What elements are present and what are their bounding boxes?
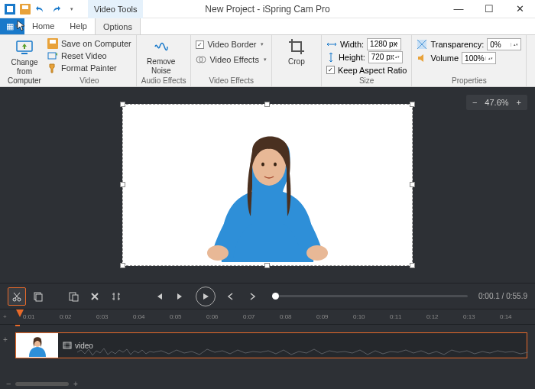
next-frame-button[interactable] — [243, 287, 261, 306]
volume-label: Volume — [430, 53, 459, 63]
ruler-tick: 0:08 — [280, 313, 292, 320]
zoom-in-icon[interactable]: + — [517, 98, 521, 107]
transparency-input[interactable]: 0% — [487, 38, 521, 50]
track-add-icon-2[interactable]: + — [3, 335, 8, 344]
file-tab-icon: ▦ — [6, 21, 14, 31]
ribbon-group-audio: Remove Noise Audio Effects — [137, 35, 192, 86]
format-painter-label: Format Painter — [61, 63, 117, 73]
timeline-ruler[interactable]: + 0:010:020:030:040:050:060:070:080:090:… — [0, 309, 535, 324]
video-border-button[interactable]: ✓Video Border — [196, 37, 266, 51]
video-frame[interactable] — [122, 104, 413, 266]
audio-waveform — [77, 347, 528, 358]
height-label: Height: — [339, 53, 365, 62]
ribbon-group-crop: Crop — [272, 35, 322, 86]
format-painter-button[interactable]: Format Painter — [47, 63, 131, 74]
redo-icon[interactable] — [49, 2, 63, 16]
player-bar: 0:00.1 / 0:55.9 — [0, 283, 535, 309]
zoom-timeline-out-icon[interactable]: − — [6, 379, 11, 388]
clip-thumbnail — [16, 333, 58, 358]
width-input[interactable]: 1280 px — [367, 38, 401, 50]
svg-point-15 — [261, 163, 264, 167]
scrub-bar[interactable] — [272, 295, 468, 297]
svg-point-18 — [18, 298, 21, 301]
ruler-tick: 0:04 — [133, 313, 145, 320]
svg-rect-5 — [21, 53, 28, 54]
skip-start-button[interactable] — [150, 287, 168, 306]
save-icon[interactable] — [18, 2, 32, 16]
cut-button[interactable] — [8, 287, 26, 306]
svg-point-13 — [306, 245, 328, 261]
save-on-computer-label: Save on Computer — [61, 39, 131, 48]
video-track-clip[interactable]: video — [15, 332, 527, 358]
ruler-tick: 0:02 — [60, 313, 72, 320]
scrub-handle[interactable] — [272, 293, 279, 300]
ruler-tick: 0:01 — [23, 313, 35, 320]
close-button[interactable]: ✕ — [504, 0, 535, 18]
svg-rect-7 — [50, 40, 56, 44]
svg-rect-22 — [73, 295, 78, 301]
svg-point-17 — [13, 298, 16, 301]
horizontal-scrollbar[interactable] — [15, 382, 69, 386]
video-content-person — [176, 109, 359, 262]
skip-end-button[interactable] — [171, 287, 190, 306]
ruler-tick: 0:05 — [170, 313, 182, 320]
remove-noise-button[interactable]: Remove Noise — [141, 37, 181, 76]
width-label: Width: — [340, 40, 364, 49]
keep-aspect-checkbox[interactable]: ✓ — [326, 66, 335, 74]
zoom-control[interactable]: − 47.6% + — [466, 95, 527, 110]
ruler-tick: 0:11 — [390, 313, 402, 320]
crop-button[interactable]: Crop — [277, 37, 316, 66]
svg-point-12 — [207, 245, 229, 261]
ruler-tick: 0:03 — [96, 313, 109, 320]
minimize-button[interactable]: — — [443, 0, 474, 18]
ruler-tick: 0:10 — [353, 313, 365, 320]
app-icon[interactable] — [3, 2, 17, 16]
ribbon-group-video-label: Video — [47, 76, 131, 86]
ribbon: Change from Computer Save on Computer Re… — [0, 35, 535, 87]
maximize-button[interactable]: ☐ — [474, 0, 504, 18]
canvas-area[interactable]: − 47.6% + — [0, 87, 535, 283]
reset-video-button[interactable]: Reset Video — [47, 50, 131, 61]
reset-video-label: Reset Video — [61, 51, 107, 60]
svg-rect-25 — [63, 342, 71, 348]
tab-help[interactable]: Help — [62, 18, 95, 34]
svg-rect-3 — [22, 5, 28, 9]
ruler-tick: 0:12 — [426, 313, 439, 320]
window-title: New Project - iSpring Cam Pro — [205, 4, 329, 15]
change-from-computer-button[interactable]: Change from Computer — [5, 37, 44, 86]
play-button[interactable] — [196, 287, 216, 306]
volume-input[interactable]: 100% — [462, 52, 496, 64]
timecode: 0:00.1 / 0:55.9 — [478, 292, 527, 300]
ribbon-tabs: ▦ Home Help Options — [0, 18, 535, 35]
svg-rect-1 — [7, 6, 13, 12]
ruler-tick: 0:06 — [206, 313, 219, 320]
ruler-tick: 0:09 — [316, 313, 329, 320]
ribbon-group-audio-label: Audio Effects — [141, 76, 186, 86]
transparency-label: Transparency: — [430, 40, 484, 49]
height-input[interactable]: 720 px — [368, 51, 403, 63]
copy-button[interactable] — [29, 287, 47, 306]
zoom-out-icon[interactable]: − — [472, 98, 477, 107]
ribbon-group-video-effects-label: Video Effects — [196, 76, 266, 86]
track-add-icon[interactable]: + — [3, 313, 7, 320]
qat-customize-icon[interactable] — [64, 2, 78, 16]
paste-button[interactable] — [64, 287, 83, 306]
ribbon-group-video: Change from Computer Save on Computer Re… — [0, 35, 137, 86]
svg-rect-8 — [48, 53, 56, 59]
ribbon-group-size-label: Size — [326, 76, 407, 86]
prev-frame-button[interactable] — [222, 287, 240, 306]
tab-options[interactable]: Options — [95, 18, 141, 34]
cursor-icon — [17, 20, 28, 32]
crop-timeline-button[interactable] — [107, 287, 125, 306]
save-on-computer-button[interactable]: Save on Computer — [47, 37, 131, 49]
delete-button[interactable] — [86, 287, 104, 306]
zoom-timeline-in-icon[interactable]: + — [73, 380, 78, 388]
video-effects-label: Video Effects — [209, 55, 258, 64]
tab-home[interactable]: Home — [24, 18, 62, 34]
video-effects-button[interactable]: Video Effects — [196, 53, 266, 66]
undo-icon[interactable] — [34, 2, 47, 16]
svg-rect-20 — [36, 294, 42, 301]
svg-point-16 — [274, 163, 277, 167]
timeline-tracks: + video + − — [0, 324, 535, 389]
ribbon-group-size: Width:1280 px Height:720 px ✓Keep Aspect… — [322, 35, 413, 86]
